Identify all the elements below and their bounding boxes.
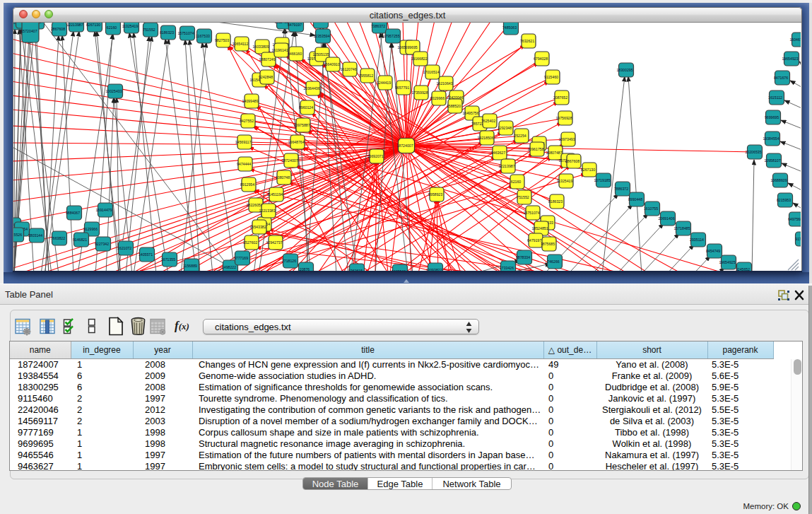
svg-text:19654923: 19654923 <box>782 57 798 61</box>
svg-text:20691406: 20691406 <box>658 216 674 221</box>
svg-text:18524851: 18524851 <box>531 226 548 230</box>
svg-text:12505135: 12505135 <box>312 52 329 57</box>
svg-text:6479197: 6479197 <box>527 238 541 243</box>
svg-text:12942737: 12942737 <box>266 240 282 245</box>
svg-text:8960124: 8960124 <box>299 105 313 110</box>
svg-text:1610755: 1610755 <box>644 206 658 211</box>
svg-text:16033809: 16033809 <box>252 45 269 49</box>
svg-text:16914479: 16914479 <box>95 208 112 212</box>
svg-text:10025433: 10025433 <box>105 89 122 93</box>
svg-text:6794028: 6794028 <box>534 57 548 61</box>
svg-text:17957255: 17957255 <box>383 34 399 38</box>
svg-text:7485063: 7485063 <box>502 25 517 30</box>
svg-text:19654925: 19654925 <box>719 260 735 264</box>
svg-text:3875685: 3875685 <box>541 242 555 246</box>
svg-text:3875685: 3875685 <box>312 23 326 23</box>
svg-text:6479197: 6479197 <box>288 23 302 27</box>
svg-text:17016514: 17016514 <box>423 70 439 74</box>
svg-text:14569117: 14569117 <box>235 140 252 144</box>
svg-text:19218506: 19218506 <box>477 136 493 140</box>
svg-text:16120746: 16120746 <box>340 67 356 71</box>
svg-text:18724007: 18724007 <box>281 158 298 163</box>
svg-text:1527602: 1527602 <box>243 240 257 245</box>
svg-text:917004: 917004 <box>795 237 801 241</box>
svg-text:746266: 746266 <box>547 259 559 264</box>
svg-text:9827503: 9827503 <box>215 38 229 42</box>
svg-text:10654112: 10654112 <box>233 42 249 46</box>
svg-text:9129966: 9129966 <box>83 227 98 231</box>
svg-text:16543382: 16543382 <box>249 225 266 229</box>
svg-text:11325419: 11325419 <box>122 24 139 28</box>
svg-text:18226058: 18226058 <box>246 203 262 207</box>
svg-text:10719185: 10719185 <box>594 178 610 182</box>
svg-text:17359928: 17359928 <box>411 90 428 95</box>
svg-text:9242848: 9242848 <box>259 75 273 79</box>
svg-text:8454749: 8454749 <box>706 249 720 253</box>
svg-text:19166822: 19166822 <box>411 57 427 61</box>
svg-text:2867608: 2867608 <box>565 159 579 163</box>
svg-text:6466160: 6466160 <box>288 52 302 56</box>
svg-text:19756928: 19756928 <box>555 116 572 120</box>
svg-text:9657791: 9657791 <box>395 86 409 90</box>
svg-text:1498222: 1498222 <box>222 265 236 269</box>
svg-text:12213383: 12213383 <box>259 209 275 213</box>
svg-text:16495756: 16495756 <box>462 111 478 115</box>
svg-text:9884067: 9884067 <box>66 211 80 215</box>
svg-text:7955812: 7955812 <box>359 74 373 78</box>
svg-text:14099489: 14099489 <box>242 99 258 103</box>
svg-text:6497568: 6497568 <box>788 217 801 221</box>
svg-text:18300295: 18300295 <box>616 68 632 72</box>
svg-text:1615112: 1615112 <box>768 95 782 100</box>
svg-text:7632621: 7632621 <box>520 39 534 43</box>
svg-text:8427552: 8427552 <box>240 119 254 123</box>
svg-text:8186323: 8186323 <box>160 30 174 35</box>
svg-text:1621072: 1621072 <box>117 246 131 250</box>
svg-text:9329966: 9329966 <box>430 96 445 100</box>
svg-text:12353594: 12353594 <box>313 34 329 38</box>
svg-text:7515526: 7515526 <box>13 233 22 237</box>
svg-text:751552: 751552 <box>517 195 529 199</box>
svg-text:10958107: 10958107 <box>764 158 780 163</box>
svg-text:9699695: 9699695 <box>765 115 779 119</box>
svg-text:10961758: 10961758 <box>527 147 543 151</box>
svg-text:8267130: 8267130 <box>581 168 595 172</box>
svg-text:15718485: 15718485 <box>673 226 690 230</box>
svg-text:11325419: 11325419 <box>557 179 573 183</box>
svg-text:15640910: 15640910 <box>323 62 339 66</box>
svg-text:7663822: 7663822 <box>51 236 65 240</box>
svg-text:15692071: 15692071 <box>367 154 383 158</box>
svg-text:16046786: 16046786 <box>789 37 801 42</box>
svg-text:252254: 252254 <box>514 134 526 138</box>
svg-text:1292348: 1292348 <box>498 126 512 130</box>
svg-text:12213987: 12213987 <box>498 164 514 168</box>
svg-text:9474444: 9474444 <box>237 162 251 166</box>
svg-text:10807487: 10807487 <box>546 151 562 155</box>
svg-text:9115460: 9115460 <box>544 75 558 79</box>
svg-text:1244419: 1244419 <box>377 81 391 85</box>
svg-text:9777169: 9777169 <box>234 256 248 260</box>
svg-text:19384554: 19384554 <box>763 136 779 141</box>
svg-text:9463627: 9463627 <box>491 151 505 155</box>
svg-text:16196141: 16196141 <box>271 48 288 52</box>
svg-text:1588520: 1588520 <box>447 104 461 108</box>
svg-text:2935114: 2935114 <box>690 238 704 242</box>
svg-text:8267130: 8267130 <box>86 23 100 27</box>
svg-text:1671355: 1671355 <box>161 257 175 262</box>
svg-text:699695: 699695 <box>405 45 417 49</box>
svg-text:20364436: 20364436 <box>303 86 319 90</box>
svg-text:1733426: 1733426 <box>500 266 514 270</box>
svg-text:10975887: 10975887 <box>293 123 310 127</box>
svg-text:62160: 62160 <box>107 25 117 30</box>
svg-text:751552: 751552 <box>143 28 155 32</box>
svg-text:9146821: 9146821 <box>73 238 87 242</box>
svg-text:8878334: 8878334 <box>516 255 530 259</box>
svg-text:8990448: 8990448 <box>628 197 642 201</box>
svg-text:8215953: 8215953 <box>777 198 791 202</box>
svg-text:11451194: 11451194 <box>267 192 283 197</box>
svg-text:62160: 62160 <box>511 180 522 184</box>
svg-text:10973493: 10973493 <box>558 137 575 141</box>
svg-text:1167533: 1167533 <box>196 34 210 38</box>
svg-text:16210643: 16210643 <box>436 81 452 86</box>
svg-text:8471676: 8471676 <box>774 76 788 80</box>
svg-text:2803144: 2803144 <box>28 233 42 238</box>
